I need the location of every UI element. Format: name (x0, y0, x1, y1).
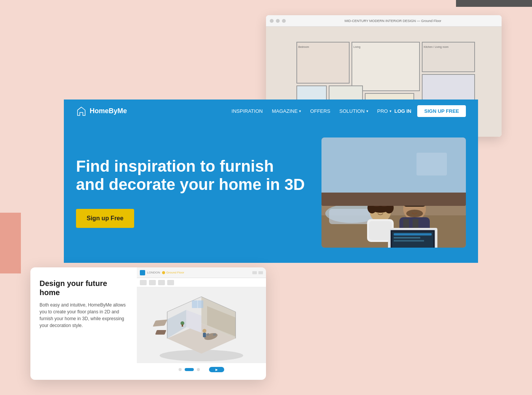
svg-rect-44 (182, 324, 183, 327)
mini-control-2 (258, 271, 263, 274)
nav-item-magazine[interactable]: MAGAZINE ▾ (272, 108, 301, 114)
logo-text: HomeByMe (90, 107, 127, 115)
nav-dot-2[interactable] (185, 368, 194, 371)
login-link[interactable]: LOG IN (394, 108, 412, 114)
mini-app-bar: LONDON ⬤ Ground Floor (137, 267, 266, 278)
bottom-card-description: Both easy and intuitive, HomeByMe allows… (40, 302, 128, 329)
nav-dot-1[interactable] (179, 368, 182, 371)
window-dot-2 (276, 19, 280, 23)
mini-tool-1 (140, 280, 147, 285)
mini-tool-2 (149, 280, 156, 285)
hero-title: Find inspiration to furnish and decorate… (76, 157, 306, 194)
isometric-floorplan (148, 289, 255, 361)
svg-rect-24 (394, 233, 432, 235)
svg-rect-26 (394, 240, 424, 242)
logo-icon (76, 106, 87, 116)
svg-rect-39 (155, 330, 166, 335)
floorplan-title: MID-CENTURY MODERN INTERIOR DESIGN — Gro… (288, 19, 498, 23)
bottom-floorplan-preview: LONDON ⬤ Ground Floor (137, 267, 266, 372)
solution-chevron: ▾ (366, 109, 368, 113)
nav-link-offers[interactable]: OFFERS (310, 108, 330, 114)
window-dot-3 (282, 19, 286, 23)
hero-text: Find inspiration to furnish and decorate… (76, 137, 306, 248)
mini-logo-icon (140, 270, 145, 275)
svg-point-16 (406, 210, 423, 217)
svg-rect-25 (394, 237, 420, 239)
hero-content: Find inspiration to furnish and decorate… (64, 122, 478, 263)
pro-chevron: ▾ (390, 109, 391, 113)
nav-item-offers[interactable]: OFFERS (310, 108, 330, 114)
play-icon: ▶ (215, 368, 218, 371)
mini-floor-label: ⬤ Ground Floor (162, 271, 184, 274)
mini-tool-4 (167, 280, 174, 285)
svg-point-52 (203, 329, 206, 333)
nav-item-inspiration[interactable]: INSPIRATION (231, 108, 263, 114)
play-control[interactable]: ▶ (209, 367, 224, 372)
bedroom-label: Bedroom (297, 44, 310, 49)
hero-signup-button[interactable]: Sign up Free (76, 209, 134, 228)
accent-bar-left (0, 213, 21, 273)
kitchen-label: Kitchen / Living room (423, 44, 450, 49)
mini-toolbar (137, 278, 266, 287)
dark-bar (456, 0, 532, 7)
nav-item-solution[interactable]: SOLUTION ▾ (339, 108, 368, 114)
nav-signup-button[interactable]: SIGN UP FREE (417, 105, 466, 117)
floorplan-3d-area (137, 287, 266, 363)
navbar: HomeByMe INSPIRATION MAGAZINE ▾ OFFERS S… (64, 100, 478, 122)
bedroom-room: Bedroom (296, 42, 350, 84)
nav-link-inspiration[interactable]: INSPIRATION (231, 108, 263, 114)
couple-photo (321, 137, 466, 248)
logo-area[interactable]: HomeByMe (76, 106, 127, 116)
mini-app-title: LONDON (147, 271, 160, 274)
bottom-card-title: Design your future home (40, 279, 128, 297)
nav-link-pro[interactable]: PRO ▾ (377, 108, 391, 114)
nav-controls: ▶ (209, 367, 224, 372)
nav-link-solution[interactable]: SOLUTION ▾ (339, 108, 368, 114)
nav-dot-3[interactable] (197, 368, 200, 371)
living-label: Living (352, 44, 361, 49)
hero-section: HomeByMe INSPIRATION MAGAZINE ▾ OFFERS S… (64, 100, 478, 263)
nav-link-magazine[interactable]: MAGAZINE ▾ (272, 108, 301, 114)
floorplan-titlebar: MID-CENTURY MODERN INTERIOR DESIGN — Gro… (266, 15, 502, 27)
bottom-card-inner: Design your future home Both easy and in… (30, 267, 266, 372)
svg-rect-29 (416, 153, 447, 175)
nav-links: INSPIRATION MAGAZINE ▾ OFFERS SOLUTION ▾ (231, 108, 391, 114)
living-room: Living (352, 42, 420, 91)
svg-rect-53 (203, 333, 206, 337)
hero-image (321, 137, 466, 248)
svg-rect-27 (321, 191, 466, 206)
mini-tool-3 (158, 280, 165, 285)
svg-rect-45 (153, 319, 168, 327)
window-dot-1 (270, 19, 274, 23)
kitchen-room: Kitchen / Living room (422, 42, 475, 72)
mini-control-1 (252, 271, 257, 274)
magazine-chevron: ▾ (299, 109, 301, 113)
bottom-card: Design your future home Both easy and in… (30, 267, 266, 380)
bottom-card-text: Design your future home Both easy and in… (30, 267, 137, 372)
nav-item-pro[interactable]: PRO ▾ (377, 108, 391, 114)
bottom-nav: ▶ (137, 363, 266, 372)
